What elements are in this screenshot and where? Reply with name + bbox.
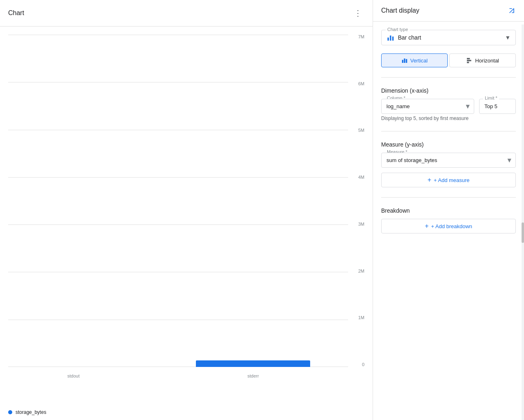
legend-label-storage-bytes: storage_bytes — [16, 409, 46, 415]
y-label-4m: 4M — [358, 175, 364, 180]
column-select[interactable]: log_name — [381, 99, 474, 114]
vertical-label: Vertical — [410, 58, 428, 64]
bar-stderr — [196, 360, 310, 367]
bar-group-stderr — [196, 360, 310, 367]
breakdown-divider — [381, 197, 516, 198]
column-field-wrapper: Column * log_name ▼ — [381, 99, 474, 114]
y-label-3m: 3M — [358, 222, 364, 227]
bar-chart-type-icon — [386, 33, 395, 42]
chart-type-text: Bar chart — [398, 34, 421, 41]
chart-type-arrow: ▼ — [505, 34, 511, 41]
dimension-section-title: Dimension (x-axis) — [381, 87, 516, 94]
y-label-5m: 5M — [358, 128, 364, 133]
dimension-field-row: Column * log_name ▼ Limit * — [381, 99, 516, 114]
chart-area: stdout stderr 7M 6M 5M 4M 3M 2M 1M 0 — [0, 27, 373, 408]
measure-section: Measure (y-axis) Measure * sum of storag… — [381, 141, 516, 187]
x-axis-labels: stdout stderr — [8, 372, 348, 379]
dimension-info-text: Displaying top 5, sorted by first measur… — [381, 116, 516, 121]
horizontal-orientation-button[interactable]: Horizontal — [449, 53, 516, 67]
vertical-icon — [401, 57, 408, 64]
svg-rect-8 — [467, 62, 469, 63]
chart-title: Chart — [8, 9, 24, 17]
legend-dot-storage-bytes — [8, 410, 12, 414]
collapse-icon — [508, 7, 516, 15]
svg-rect-2 — [392, 37, 393, 41]
svg-rect-6 — [467, 58, 470, 59]
chart-type-field-label: Chart type — [386, 27, 410, 32]
breakdown-section-title: Breakdown — [381, 207, 516, 214]
measure-field-wrapper: Measure * sum of storage_bytes ▼ — [381, 153, 516, 168]
chart-type-selector[interactable]: Chart type Bar chart ▼ — [381, 30, 516, 45]
limit-input[interactable] — [479, 99, 516, 114]
svg-rect-0 — [388, 38, 389, 41]
limit-field-wrapper: Limit * — [479, 99, 516, 114]
display-header: Chart display — [373, 0, 524, 22]
chart-inner: stdout stderr 7M 6M 5M 4M 3M 2M 1M 0 — [8, 35, 364, 383]
more-options-button[interactable]: ⋮ — [351, 7, 364, 20]
add-breakdown-label: + Add breakdown — [431, 223, 472, 229]
add-breakdown-button[interactable]: + + Add breakdown — [381, 219, 516, 233]
add-measure-label: + Add measure — [434, 177, 470, 183]
display-content: Chart type Bar chart ▼ — [373, 22, 524, 242]
orientation-buttons: Vertical Horizontal — [381, 53, 516, 67]
x-label-stdout: stdout — [67, 373, 80, 378]
y-label-7m: 7M — [358, 35, 364, 39]
chart-plot: stdout stderr — [8, 35, 348, 367]
chart-type-value: Bar chart ▼ — [386, 33, 511, 42]
display-panel: Chart display Chart type — [373, 0, 524, 420]
y-label-0: 0 — [362, 362, 364, 367]
add-breakdown-plus-icon: + — [425, 222, 429, 230]
measure-divider — [381, 131, 516, 131]
chart-type-section: Chart type Bar chart ▼ — [381, 30, 516, 45]
add-measure-plus-icon: + — [427, 176, 431, 184]
measure-section-title: Measure (y-axis) — [381, 141, 516, 148]
scrollbar-thumb — [522, 222, 524, 243]
limit-field-label: Limit * — [483, 96, 499, 100]
scrollbar[interactable] — [522, 24, 524, 420]
chart-header: Chart ⋮ — [0, 0, 373, 27]
legend-area: storage_bytes — [0, 408, 373, 420]
svg-rect-5 — [406, 59, 407, 63]
x-label-stderr: stderr — [247, 373, 259, 378]
display-panel-title: Chart display — [381, 7, 419, 14]
horizontal-label: Horizontal — [475, 58, 499, 64]
breakdown-section: Breakdown + + Add breakdown — [381, 207, 516, 233]
svg-rect-7 — [467, 60, 471, 61]
chart-panel: Chart ⋮ — [0, 0, 373, 420]
measure-select[interactable]: sum of storage_bytes — [381, 153, 516, 168]
svg-rect-4 — [404, 58, 405, 63]
dimension-divider — [381, 77, 516, 78]
horizontal-icon — [466, 57, 473, 64]
collapse-button[interactable] — [508, 7, 516, 15]
y-label-2m: 2M — [358, 269, 364, 273]
y-label-6m: 6M — [358, 82, 364, 86]
svg-rect-3 — [402, 60, 403, 63]
add-measure-button[interactable]: + + Add measure — [381, 173, 516, 187]
vertical-orientation-button[interactable]: Vertical — [381, 53, 448, 67]
y-label-1m: 1M — [358, 316, 364, 320]
y-axis-labels: 7M 6M 5M 4M 3M 2M 1M 0 — [350, 35, 364, 367]
svg-rect-1 — [390, 36, 391, 41]
dimension-section: Dimension (x-axis) Column * log_name ▼ L… — [381, 87, 516, 121]
